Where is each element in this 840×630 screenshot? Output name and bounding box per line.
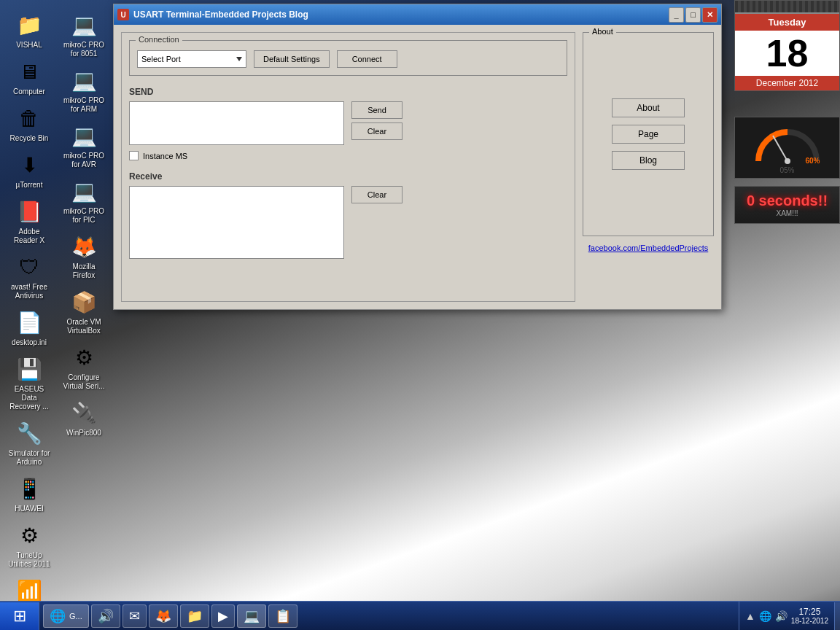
taskbar-folder-icon: 📁: [187, 608, 203, 624]
desktop-icon-image: 💻: [69, 176, 98, 206]
desktop-icon[interactable]: 🖥 Computer: [4, 54, 55, 99]
minimize-button[interactable]: _: [669, 7, 684, 23]
receive-clear-button[interactable]: Clear: [351, 186, 402, 203]
desktop-icon-image: 🔌: [69, 398, 98, 427]
gauge-percent: 60%: [805, 157, 820, 165]
gauge-widget: 60% 05%: [734, 117, 840, 179]
desktop-icon-label: VISHAL: [16, 41, 42, 50]
taskbar-g-icon: 🌐: [50, 608, 66, 624]
desktop-icon[interactable]: 💾 EASEUS Data Recovery ...: [4, 351, 55, 414]
desktop-icon-image: 🗑: [15, 104, 44, 133]
taskbar-item-usart[interactable]: 💻: [237, 604, 266, 628]
seconds-display: 0 seconds!!: [739, 192, 836, 209]
desktop-icon[interactable]: 🔧 Simulator for Arduino: [4, 416, 55, 470]
port-select-arrow-icon: [236, 57, 242, 61]
app-content: Connection Select Port Default Settings …: [114, 25, 721, 309]
desktop-icon-label: Adobe Reader X: [7, 228, 52, 245]
desktop-icon-label: TuneUp Utilities 2011: [7, 551, 52, 569]
taskbar-item-note[interactable]: 📋: [268, 604, 298, 628]
taskbar: ⊞ 🌐 G... 🔊 ✉ 🦊 📁 ▶ 💻 📋 ▲ 🌐 🔊: [0, 601, 840, 630]
desktop-icon-label: mikroC PRO for AVR: [61, 152, 106, 169]
desktop-icon-image: 💾: [15, 354, 44, 384]
close-button[interactable]: ✕: [702, 7, 718, 23]
taskbar-items: 🌐 G... 🔊 ✉ 🦊 📁 ▶ 💻 📋: [39, 604, 739, 628]
calendar-header: [735, 1, 839, 14]
desktop-icon[interactable]: 🛡 avast! Free Antivirus: [4, 249, 55, 303]
system-tray: ▲ 🌐 🔊 17:25 18-12-2012: [739, 602, 834, 630]
main-panel: Connection Select Port Default Settings …: [121, 32, 575, 302]
start-button[interactable]: ⊞: [0, 602, 39, 630]
connection-group: Connection Select Port Default Settings …: [129, 40, 567, 76]
facebook-link[interactable]: facebook.com/EmbeddedProjects: [583, 244, 714, 252]
desktop-icon[interactable]: 💻 mikroC PRO for AVR: [58, 118, 109, 172]
instance-ms-row: Instance MS: [129, 151, 567, 160]
desktop-icon[interactable]: 💻 mikroC PRO for PIC: [58, 174, 109, 228]
taskbar-item-g[interactable]: 🌐 G...: [43, 604, 89, 628]
desktop-icon-label: avast! Free Antivirus: [7, 283, 52, 300]
default-settings-button[interactable]: Default Settings: [254, 50, 330, 68]
port-select-label: Select Port: [141, 55, 181, 63]
title-bar-controls: _ □ ✕: [669, 7, 718, 23]
desktop-icon-image: ⬇: [15, 150, 44, 179]
port-select-dropdown[interactable]: Select Port: [137, 50, 246, 68]
desktop-icon[interactable]: 🗑 Recycle Bin: [4, 101, 55, 146]
taskbar-g-label: G...: [69, 612, 82, 621]
tray-arrow-icon[interactable]: ▲: [745, 610, 755, 622]
receive-section-label: Receive: [129, 171, 567, 182]
desktop-icon[interactable]: 📕 Adobe Reader X: [4, 194, 55, 248]
show-desktop-button[interactable]: [834, 602, 840, 630]
tray-network-icon[interactable]: 🌐: [759, 610, 771, 622]
svg-line-1: [773, 136, 788, 161]
connect-button[interactable]: Connect: [337, 50, 397, 68]
window-title: USART Terminal-Embedded Projects Blog: [133, 9, 669, 20]
desktop-icon[interactable]: 📄 desktop.ini: [4, 305, 55, 350]
desktop-icon[interactable]: 💻 mikroC PRO for 8051: [58, 7, 109, 61]
taskbar-item-speaker[interactable]: 🔊: [91, 604, 120, 628]
taskbar-speaker-icon: 🔊: [98, 608, 114, 624]
taskbar-item-firefox[interactable]: 🦊: [149, 604, 178, 628]
desktop-icon[interactable]: 📱 HUAWEI: [4, 471, 55, 516]
tray-date-display: 18-12-2012: [791, 617, 828, 625]
send-clear-button[interactable]: Clear: [351, 122, 402, 140]
desktop-icon-image: 📱: [15, 474, 44, 503]
send-section-label: SEND: [129, 87, 567, 97]
desktop-icon[interactable]: 📦 Oracle VM VirtualBox: [58, 284, 109, 338]
desktop-icon-image: ⚙: [69, 343, 98, 372]
instance-ms-checkbox[interactable]: [129, 151, 139, 160]
gauge-container: 60%: [751, 121, 824, 165]
blog-button[interactable]: Blog: [612, 151, 685, 170]
desktop-icon-label: µTorrent: [16, 181, 43, 190]
desktop-icon[interactable]: 💻 mikroC PRO for ARM: [58, 63, 109, 117]
connection-group-label: Connection: [136, 35, 182, 44]
desktop-icon-image: 📦: [69, 287, 98, 316]
desktop-icon[interactable]: ⬇ µTorrent: [4, 147, 55, 192]
desktop-icon-image: 🔧: [15, 419, 44, 448]
send-textarea[interactable]: [129, 101, 344, 145]
instance-ms-label: Instance MS: [143, 152, 187, 160]
desktop-icon[interactable]: 🦊 Mozilla Firefox: [58, 229, 109, 283]
desktop-icon[interactable]: 📁 VISHAL: [4, 7, 55, 52]
maximize-button[interactable]: □: [685, 7, 701, 23]
receive-textarea[interactable]: [129, 186, 344, 259]
page-button[interactable]: Page: [612, 125, 685, 144]
app-window: U USART Terminal-Embedded Projects Blog …: [113, 4, 722, 310]
desktop-icon-label: Recycle Bin: [10, 134, 49, 143]
desktop-icon-label: EASEUS Data Recovery ...: [7, 385, 52, 411]
taskbar-item-folder[interactable]: 📁: [180, 604, 209, 628]
about-button[interactable]: About: [612, 98, 685, 117]
desktop-icon[interactable]: 🔌 WinPic800: [58, 395, 109, 440]
desktop-icon[interactable]: ⚙ Configure Virtual Seri...: [58, 340, 109, 394]
taskbar-item-mail[interactable]: ✉: [122, 604, 147, 628]
desktop-icon-label: Simulator for Arduino: [7, 449, 52, 467]
receive-area: Clear: [129, 186, 567, 259]
taskbar-media-icon: ▶: [218, 608, 228, 624]
desktop-icon[interactable]: ⚙ TuneUp Utilities 2011: [4, 518, 55, 572]
send-button[interactable]: Send: [351, 101, 402, 119]
desktop-icon-label: desktop.ini: [12, 338, 47, 347]
desktop-icon-label: mikroC PRO for PIC: [61, 207, 106, 225]
tray-volume-icon[interactable]: 🔊: [775, 610, 788, 622]
desktop-icon-image: 🦊: [69, 232, 98, 261]
taskbar-item-media[interactable]: ▶: [211, 604, 235, 628]
desktop-icon-image: 📄: [15, 308, 44, 337]
connection-row: Select Port Default Settings Connect: [137, 50, 559, 68]
